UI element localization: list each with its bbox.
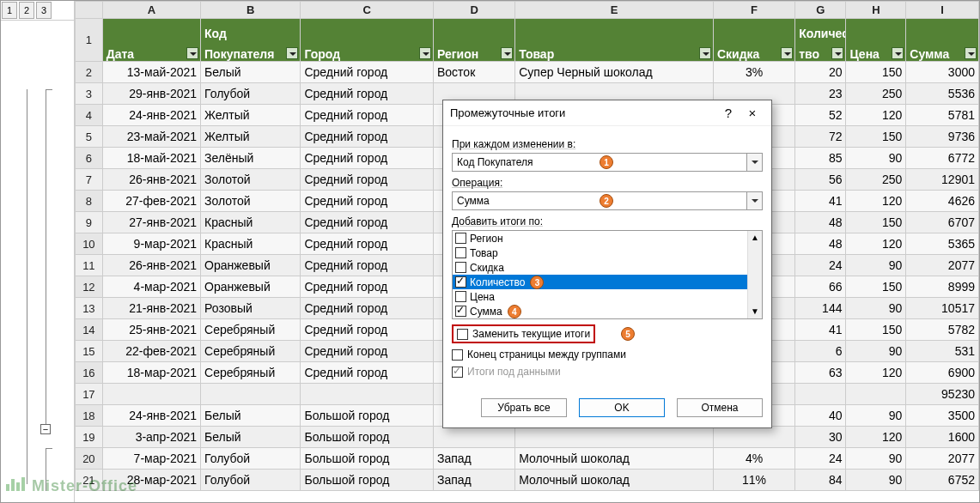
hdr-date[interactable]: Дата xyxy=(102,19,200,62)
cell[interactable]: 90 xyxy=(846,405,906,427)
cell[interactable]: 150 xyxy=(846,62,906,83)
dropdown-arrow-icon[interactable] xyxy=(746,192,762,209)
cell[interactable]: 531 xyxy=(906,341,979,362)
list-item[interactable]: Сумма4 xyxy=(453,304,762,318)
dropdown-arrow-icon[interactable] xyxy=(746,154,762,171)
hdr-discount[interactable]: Скидка xyxy=(713,19,794,62)
filter-icon[interactable] xyxy=(781,47,793,59)
row-header[interactable]: 3 xyxy=(76,83,103,105)
cell[interactable]: 24 xyxy=(795,448,846,470)
cell[interactable]: Средний город xyxy=(301,126,434,148)
col-B[interactable]: B xyxy=(201,2,301,19)
cell[interactable] xyxy=(846,384,906,405)
cell[interactable]: 5365 xyxy=(906,233,979,255)
cell[interactable]: 6752 xyxy=(906,470,979,491)
cell[interactable]: 90 xyxy=(846,470,906,491)
cell[interactable]: 41 xyxy=(795,319,846,341)
scroll-up-icon[interactable]: ▲ xyxy=(748,231,762,245)
cell[interactable]: 72 xyxy=(795,126,846,148)
outline-level-1[interactable]: 1 xyxy=(2,2,17,19)
col-I[interactable]: I xyxy=(906,2,979,19)
ok-button[interactable]: OK xyxy=(579,398,665,417)
col-G[interactable]: G xyxy=(795,2,846,19)
cell[interactable] xyxy=(201,384,301,405)
help-button[interactable]: ? xyxy=(716,106,740,120)
cell[interactable]: Желтый xyxy=(201,126,301,148)
col-A[interactable]: A xyxy=(102,2,200,19)
hdr-region[interactable]: Регион xyxy=(433,19,514,62)
outline-level-2[interactable]: 2 xyxy=(19,2,34,19)
cell[interactable]: Восток xyxy=(433,62,514,83)
col-C[interactable]: C xyxy=(301,2,434,19)
cell[interactable]: Серебряный xyxy=(201,319,301,341)
row-header[interactable]: 7 xyxy=(76,169,103,191)
row-header[interactable]: 15 xyxy=(76,341,103,362)
cell[interactable]: Средний город xyxy=(301,233,434,255)
cell[interactable]: Золотой xyxy=(201,169,301,191)
row-1[interactable]: 1 xyxy=(76,19,103,62)
outline-collapse[interactable]: − xyxy=(40,424,51,434)
list-item[interactable]: Товар xyxy=(453,245,762,260)
filter-icon[interactable] xyxy=(831,47,843,59)
cell[interactable]: 10517 xyxy=(906,298,979,319)
cell[interactable]: 90 xyxy=(846,255,906,276)
outline-level-3[interactable]: 3 xyxy=(36,2,52,19)
cell[interactable]: 144 xyxy=(795,298,846,319)
row-header[interactable]: 6 xyxy=(76,148,103,169)
on-change-combo[interactable]: Код Покупателя 1 xyxy=(452,153,763,172)
cell[interactable]: 150 xyxy=(846,212,906,233)
cell[interactable]: 29-янв-2021 xyxy=(102,83,200,105)
cell[interactable]: 23-май-2021 xyxy=(102,126,200,148)
row-header[interactable]: 2 xyxy=(76,62,103,83)
item-checkbox[interactable] xyxy=(455,262,466,273)
cell[interactable]: 5536 xyxy=(906,83,979,105)
cell[interactable]: Средний город xyxy=(301,191,434,212)
filter-icon[interactable] xyxy=(186,47,198,59)
filter-icon[interactable] xyxy=(892,47,904,59)
hdr-price[interactable]: Цена xyxy=(846,19,906,62)
cell[interactable]: 150 xyxy=(846,126,906,148)
cell[interactable]: 9-мар-2021 xyxy=(102,233,200,255)
cell[interactable]: 5781 xyxy=(906,105,979,126)
cell[interactable]: Белый xyxy=(201,62,301,83)
cell[interactable]: 63 xyxy=(795,362,846,384)
row-header[interactable]: 5 xyxy=(76,126,103,148)
cell[interactable]: 24-янв-2021 xyxy=(102,105,200,126)
col-H[interactable]: H xyxy=(846,2,906,19)
cell[interactable]: 25-янв-2021 xyxy=(102,319,200,341)
hdr-cust[interactable]: Код xyxy=(201,19,301,40)
cell[interactable]: 52 xyxy=(795,105,846,126)
cell[interactable]: 18-мар-2021 xyxy=(102,362,200,384)
row-header[interactable]: 9 xyxy=(76,212,103,233)
cell[interactable] xyxy=(433,427,514,448)
cell[interactable]: 8999 xyxy=(906,276,979,298)
cell[interactable]: 120 xyxy=(846,233,906,255)
row-header[interactable]: 4 xyxy=(76,105,103,126)
cell[interactable]: Молочный шоколад xyxy=(515,470,714,491)
row-header[interactable]: 12 xyxy=(76,276,103,298)
cell[interactable]: Большой город xyxy=(301,470,434,491)
cell[interactable]: 24-янв-2021 xyxy=(102,405,200,427)
cell[interactable]: 3% xyxy=(713,62,794,83)
cell[interactable]: 9736 xyxy=(906,126,979,148)
cell[interactable]: 2077 xyxy=(906,448,979,470)
cell[interactable]: Серебряный xyxy=(201,362,301,384)
cell[interactable]: Супер Черный шоколад xyxy=(515,62,714,83)
list-item[interactable]: Регион xyxy=(453,231,762,245)
cell[interactable]: 6772 xyxy=(906,148,979,169)
cell[interactable]: 250 xyxy=(846,169,906,191)
cell[interactable]: 56 xyxy=(795,169,846,191)
hdr-product[interactable]: Товар xyxy=(515,19,714,62)
cell[interactable]: Запад xyxy=(433,448,514,470)
cell[interactable]: 90 xyxy=(846,148,906,169)
select-all[interactable] xyxy=(76,2,103,19)
cell[interactable]: Молочный шоколад xyxy=(515,448,714,470)
cell[interactable]: Розовый xyxy=(201,298,301,319)
cell[interactable]: 26-янв-2021 xyxy=(102,255,200,276)
cell[interactable] xyxy=(795,384,846,405)
row-header[interactable]: 14 xyxy=(76,319,103,341)
cell[interactable]: Оранжевый xyxy=(201,276,301,298)
cell[interactable]: Средний город xyxy=(301,298,434,319)
cell[interactable]: 27-фев-2021 xyxy=(102,191,200,212)
scroll-down-icon[interactable]: ▼ xyxy=(748,305,762,318)
